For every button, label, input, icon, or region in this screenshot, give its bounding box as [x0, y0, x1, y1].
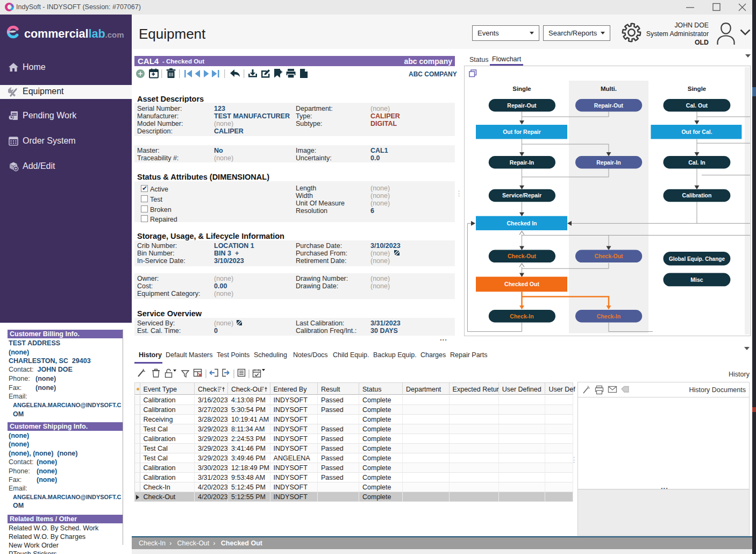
svg-text:Multi.: Multi. — [601, 86, 617, 92]
svg-text:Repair-In: Repair-In — [596, 159, 621, 166]
svg-text:Checked Out: Checked Out — [504, 281, 539, 287]
svg-text:Calibration: Calibration — [682, 192, 712, 198]
svg-text:Check-In: Check-In — [597, 313, 621, 319]
svg-text:Single: Single — [512, 86, 531, 92]
svg-text:Checked In: Checked In — [507, 220, 537, 226]
svg-text:Check-Out: Check-Out — [594, 253, 623, 259]
svg-text:Repair-Out: Repair-Out — [594, 102, 624, 109]
svg-text:Service/Repair: Service/Repair — [502, 192, 541, 198]
svg-text:Out for Cal.: Out for Cal. — [681, 129, 712, 135]
svg-text:Check-In: Check-In — [510, 313, 533, 319]
svg-text:Check-Out: Check-Out — [508, 253, 537, 259]
svg-text:Global Equip. Change: Global Equip. Change — [669, 256, 725, 262]
svg-text:Repair-In: Repair-In — [510, 159, 534, 166]
svg-text:Single: Single — [688, 86, 707, 92]
svg-text:Out for Repair: Out for Repair — [503, 129, 541, 135]
svg-text:Misc: Misc — [690, 276, 703, 283]
svg-text:Repair-Out: Repair-Out — [507, 102, 537, 109]
svg-text:Cal. In: Cal. In — [688, 159, 705, 166]
svg-text:Cal. Out: Cal. Out — [686, 102, 708, 109]
